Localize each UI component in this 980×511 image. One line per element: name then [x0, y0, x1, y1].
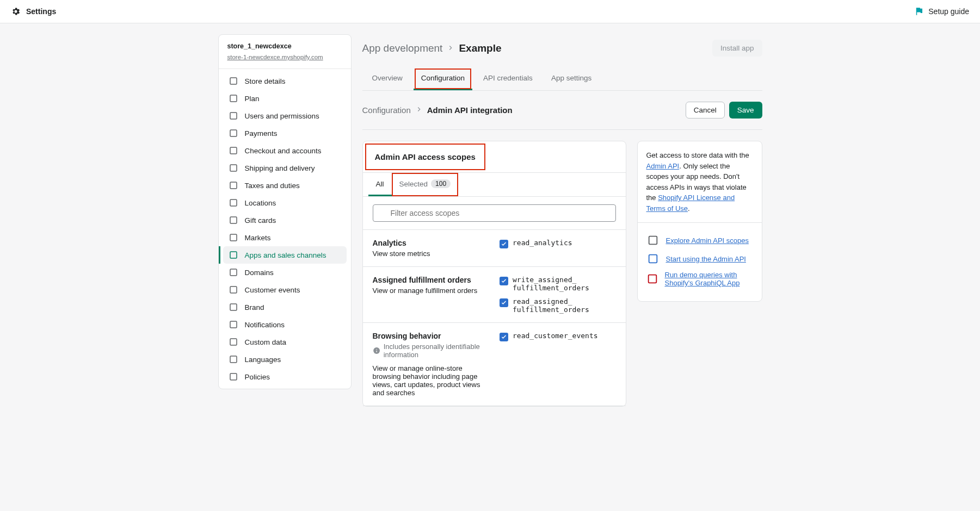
sidebar-item-taxes-and-duties[interactable]: Taxes and duties	[223, 177, 347, 194]
subheader-crumb1[interactable]: Configuration	[362, 105, 411, 115]
cancel-button[interactable]: Cancel	[686, 102, 725, 119]
scope-code: read_customer_events	[513, 332, 598, 340]
scope-search-input[interactable]	[373, 204, 616, 222]
scope-note: Includes personally identifiable informa…	[373, 342, 489, 359]
crumb-app-dev[interactable]: App development	[362, 42, 443, 54]
sidebar-item-label: Notifications	[245, 321, 285, 329]
scope-filter-tabs: All Selected 100	[363, 173, 626, 197]
scope-checkbox-row[interactable]: read_customer_events	[500, 332, 616, 341]
flag-icon	[914, 7, 924, 16]
page-header: App development Example Install app	[362, 34, 762, 67]
sidebar-item-label: Customer events	[245, 286, 300, 294]
install-app-button[interactable]: Install app	[712, 40, 762, 57]
scope-title: Assigned fulfillment orders	[373, 276, 489, 284]
admin-api-link[interactable]: Admin API	[646, 162, 680, 170]
sidebar-item-icon	[229, 233, 238, 242]
help-link-row: Run demo queries with Shopify's GraphiQL…	[646, 271, 753, 287]
sidebar-item-label: Custom data	[245, 338, 287, 346]
sidebar-item-store-details[interactable]: Store details	[223, 72, 347, 90]
sidebar-item-notifications[interactable]: Notifications	[223, 316, 347, 333]
sidebar-item-users-and-permissions[interactable]: Users and permissions	[223, 107, 347, 124]
topbar: Settings Setup guide	[0, 0, 980, 23]
tab-app-settings[interactable]: App settings	[544, 67, 599, 90]
scope-code: read_assigned_ fulfillment_orders	[513, 297, 616, 314]
sidebar-header: store_1_newcdexce store-1-newcdexce.mysh…	[219, 35, 351, 69]
sidebar-item-label: Brand	[245, 303, 264, 311]
help-text: Get access to store data with the Admin …	[638, 141, 762, 222]
subheader-crumb2: Admin API integration	[427, 105, 513, 115]
sidebar-item-icon	[229, 267, 238, 277]
main-panel: App development Example Install app Over…	[362, 34, 762, 407]
sidebar-item-icon	[229, 76, 238, 86]
scope-title: Browsing behavior	[373, 332, 489, 340]
tab-overview[interactable]: Overview	[365, 67, 410, 90]
sidebar-item-gift-cards[interactable]: Gift cards	[223, 211, 347, 229]
sidebar-item-brand[interactable]: Brand	[223, 298, 347, 316]
sidebar-item-label: Users and permissions	[245, 112, 319, 120]
scope-code: write_assigned_ fulfillment_orders	[513, 276, 616, 292]
scope-checkbox-row[interactable]: read_assigned_ fulfillment_orders	[500, 297, 616, 314]
checkbox-icon[interactable]	[500, 298, 508, 307]
scope-desc: View store metrics	[373, 250, 489, 258]
sidebar-item-icon	[229, 94, 238, 103]
sidebar-item-icon	[229, 198, 238, 208]
sidebar-item-label: Checkout and accounts	[245, 147, 322, 155]
sidebar-item-domains[interactable]: Domains	[223, 264, 347, 281]
scope-checkbox-row[interactable]: write_assigned_ fulfillment_orders	[500, 276, 616, 292]
settings-sidebar: store_1_newcdexce store-1-newcdexce.mysh…	[218, 34, 352, 389]
sidebar-item-icon	[229, 146, 238, 155]
sidebar-item-locations[interactable]: Locations	[223, 194, 347, 211]
sidebar-item-label: Plan	[245, 95, 260, 103]
sidebar-item-languages[interactable]: Languages	[223, 351, 347, 368]
tab-api-credentials[interactable]: API credentials	[476, 67, 540, 90]
page-breadcrumb: App development Example	[362, 42, 502, 54]
checkbox-icon[interactable]	[500, 333, 508, 341]
sidebar-item-label: Domains	[245, 269, 274, 277]
subheader: Configuration Admin API integration Canc…	[362, 91, 762, 130]
checkbox-icon[interactable]	[500, 277, 508, 285]
tab-selected[interactable]: Selected 100	[392, 173, 459, 196]
scope-group: Browsing behaviorIncludes personally ide…	[363, 323, 626, 406]
scope-desc: View or manage fulfillment orders	[373, 286, 489, 295]
sidebar-item-label: Languages	[245, 356, 281, 364]
scope-checkbox-row[interactable]: read_analytics	[500, 239, 616, 248]
sidebar-item-icon	[229, 163, 238, 173]
store-url-link[interactable]: store-1-newcdexce.myshopify.com	[227, 54, 323, 60]
checkbox-icon[interactable]	[500, 240, 508, 248]
sidebar-item-plan[interactable]: Plan	[223, 90, 347, 107]
help-link[interactable]: Start using the Admin API	[666, 255, 746, 263]
sidebar-item-label: Locations	[245, 199, 276, 207]
tab-all[interactable]: All	[368, 173, 392, 196]
sidebar-item-payments[interactable]: Payments	[223, 124, 347, 142]
sidebar-item-policies[interactable]: Policies	[223, 368, 347, 385]
sidebar-item-icon	[229, 302, 238, 312]
sidebar-item-label: Markets	[245, 234, 271, 242]
sidebar-item-icon	[229, 337, 238, 347]
sidebar-item-markets[interactable]: Markets	[223, 229, 347, 246]
license-link[interactable]: Shopify API License and Terms of Use	[646, 194, 735, 213]
save-button[interactable]: Save	[729, 102, 762, 119]
chevron-icon	[415, 105, 423, 115]
setup-guide-link[interactable]: Setup guide	[914, 7, 969, 16]
selected-count-badge: 100	[431, 179, 451, 188]
scope-desc: View or manage online-store browsing beh…	[373, 364, 489, 397]
sidebar-item-icon	[229, 285, 238, 295]
help-link[interactable]: Run demo queries with Shopify's GraphiQL…	[665, 271, 753, 287]
store-name: store_1_newcdexce	[227, 42, 342, 50]
scope-list[interactable]: AnalyticsView store metricsread_analytic…	[363, 229, 626, 406]
help-link[interactable]: Explore Admin API scopes	[666, 236, 749, 245]
sidebar-item-label: Store details	[245, 77, 286, 85]
sidebar-item-shipping-and-delivery[interactable]: Shipping and delivery	[223, 159, 347, 177]
sidebar-item-icon	[229, 354, 238, 364]
tab-configuration[interactable]: Configuration	[414, 67, 472, 90]
scope-group: AnalyticsView store metricsread_analytic…	[363, 230, 626, 267]
sidebar-item-checkout-and-accounts[interactable]: Checkout and accounts	[223, 142, 347, 159]
chevron-icon	[447, 42, 454, 54]
crumb-app-name: Example	[459, 42, 501, 54]
sidebar-item-apps-and-sales-channels[interactable]: Apps and sales channels	[223, 246, 347, 264]
sidebar-item-label: Gift cards	[245, 216, 276, 225]
sidebar-item-custom-data[interactable]: Custom data	[223, 333, 347, 351]
help-link-icon	[646, 252, 660, 265]
sidebar-item-customer-events[interactable]: Customer events	[223, 281, 347, 298]
sidebar-item-label: Apps and sales channels	[245, 251, 326, 259]
